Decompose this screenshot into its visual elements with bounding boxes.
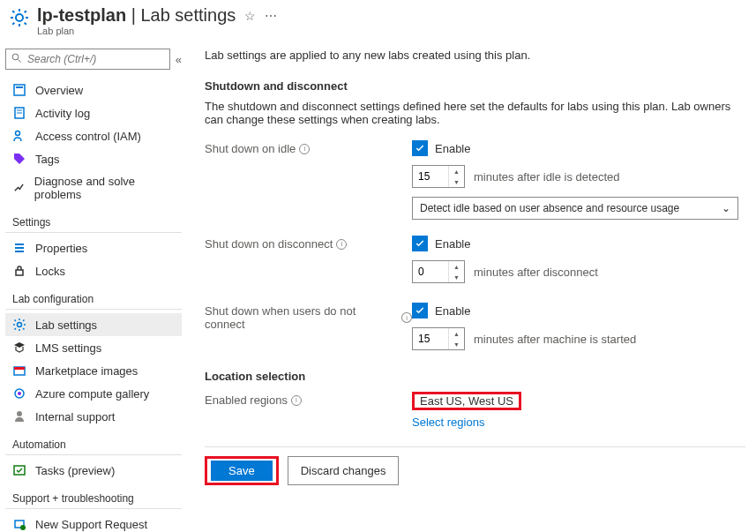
lock-icon bbox=[12, 264, 26, 278]
sidebar-item-activity[interactable]: Activity log bbox=[5, 101, 182, 124]
info-icon[interactable]: i bbox=[299, 144, 310, 154]
svg-point-1 bbox=[12, 54, 19, 60]
star-icon[interactable]: ☆ bbox=[244, 9, 256, 23]
disconnect-minutes-input[interactable]: ▲▼ bbox=[412, 260, 465, 283]
noconnect-enable-checkbox[interactable] bbox=[412, 303, 428, 318]
idle-aux: minutes after idle is detected bbox=[474, 170, 619, 184]
page-header: lp-testplan | Lab settings ☆ ⋯ Lab plan bbox=[0, 0, 756, 45]
nav-label: Activity log bbox=[35, 107, 90, 120]
tag-icon bbox=[12, 152, 26, 166]
save-highlight: Save bbox=[205, 456, 279, 485]
group-support: Support + troubleshooting bbox=[5, 482, 182, 509]
sidebar-item-locks[interactable]: Locks bbox=[5, 259, 182, 282]
nav-label: New Support Request bbox=[35, 518, 147, 531]
sidebar: « Overview Activity log Access control (… bbox=[0, 45, 187, 532]
svg-point-13 bbox=[18, 323, 22, 327]
chevron-down-icon: ⌄ bbox=[722, 202, 730, 214]
noconnect-label: Shut down when users do not connecti bbox=[205, 303, 412, 331]
spin-up-icon[interactable]: ▲ bbox=[448, 328, 464, 339]
gear-icon bbox=[12, 318, 26, 332]
idle-label: Shut down on idlei bbox=[205, 140, 412, 155]
enable-label: Enable bbox=[435, 304, 470, 318]
info-icon[interactable]: i bbox=[401, 312, 412, 323]
nav-label: Azure compute gallery bbox=[35, 387, 149, 401]
disconnect-enable-checkbox[interactable] bbox=[412, 236, 428, 251]
spin-up-icon[interactable]: ▲ bbox=[448, 166, 464, 176]
nav-label: Access control (IAM) bbox=[35, 130, 141, 143]
svg-rect-4 bbox=[16, 86, 23, 88]
nav-label: Properties bbox=[35, 242, 87, 255]
newsupport-icon bbox=[12, 517, 26, 531]
collapse-icon[interactable]: « bbox=[176, 53, 182, 66]
page-title: lp-testplan | Lab settings bbox=[37, 5, 236, 26]
sidebar-item-compute[interactable]: Azure compute gallery bbox=[5, 382, 182, 405]
spin-down-icon[interactable]: ▼ bbox=[448, 339, 464, 349]
svg-point-21 bbox=[20, 525, 26, 530]
select-regions-link[interactable]: Select regions bbox=[412, 416, 745, 429]
sidebar-item-diagnose[interactable]: Diagnose and solve problems bbox=[5, 170, 182, 206]
info-icon[interactable]: i bbox=[291, 395, 302, 406]
svg-point-8 bbox=[16, 131, 20, 136]
intro-text: Lab settings are applied to any new labs… bbox=[205, 49, 745, 62]
labplan-gear-icon bbox=[9, 7, 30, 28]
sidebar-item-tasks[interactable]: Tasks (preview) bbox=[5, 459, 182, 482]
noconnect-minutes-input[interactable]: ▲▼ bbox=[412, 327, 465, 350]
action-bar: Save Discard changes bbox=[205, 446, 745, 494]
svg-point-17 bbox=[18, 392, 21, 395]
sidebar-item-lms[interactable]: LMS settings bbox=[5, 336, 182, 359]
svg-line-2 bbox=[19, 59, 21, 62]
properties-icon bbox=[12, 241, 26, 255]
access-icon bbox=[12, 129, 26, 143]
save-button[interactable]: Save bbox=[211, 461, 273, 481]
sidebar-item-overview[interactable]: Overview bbox=[5, 79, 182, 101]
group-labconfig: Lab configuration bbox=[5, 282, 182, 310]
search-input[interactable] bbox=[5, 49, 170, 70]
noconnect-aux: minutes after machine is started bbox=[474, 333, 636, 346]
spin-down-icon[interactable]: ▼ bbox=[448, 176, 464, 187]
shutdown-heading: Shutdown and disconnect bbox=[205, 79, 745, 93]
svg-point-18 bbox=[17, 411, 22, 416]
compute-icon bbox=[12, 386, 26, 401]
shutdown-desc: The shutdown and disconnect settings def… bbox=[205, 100, 745, 126]
nav-label: Tags bbox=[35, 153, 59, 166]
nav-label: Locks bbox=[35, 265, 65, 278]
svg-rect-12 bbox=[16, 270, 23, 275]
info-icon[interactable]: i bbox=[336, 239, 347, 250]
idle-enable-checkbox[interactable] bbox=[412, 140, 428, 156]
resource-type: Lab plan bbox=[37, 26, 277, 36]
overview-icon bbox=[12, 83, 26, 97]
disconnect-aux: minutes after disconnect bbox=[474, 266, 598, 279]
support-icon bbox=[12, 409, 26, 423]
nav-label: Marketplace images bbox=[35, 364, 138, 378]
group-automation: Automation bbox=[5, 428, 182, 455]
regions-label: Enabled regionsi bbox=[205, 392, 412, 407]
nav-label: Internal support bbox=[35, 410, 115, 423]
enable-label: Enable bbox=[435, 237, 470, 251]
sidebar-item-properties[interactable]: Properties bbox=[5, 236, 182, 259]
search-icon bbox=[11, 53, 22, 66]
sidebar-item-tags[interactable]: Tags bbox=[5, 147, 182, 170]
disconnect-label: Shut down on disconnecti bbox=[205, 236, 412, 251]
nav-label: LMS settings bbox=[35, 341, 101, 355]
nav-label: Lab settings bbox=[35, 318, 97, 332]
main-content: Lab settings are applied to any new labs… bbox=[187, 45, 756, 532]
discard-button[interactable]: Discard changes bbox=[288, 456, 400, 485]
svg-rect-3 bbox=[14, 85, 25, 95]
more-icon[interactable]: ⋯ bbox=[265, 9, 277, 23]
sidebar-item-labsettings[interactable]: Lab settings bbox=[5, 313, 182, 336]
enable-label: Enable bbox=[435, 142, 470, 155]
svg-rect-15 bbox=[14, 367, 25, 370]
idle-minutes-input[interactable]: ▲▼ bbox=[412, 165, 465, 188]
sidebar-item-internal-support[interactable]: Internal support bbox=[5, 405, 182, 428]
idle-detection-dropdown[interactable]: Detect idle based on user absence and re… bbox=[412, 197, 738, 220]
location-heading: Location selection bbox=[205, 370, 745, 383]
sidebar-item-access[interactable]: Access control (IAM) bbox=[5, 124, 182, 147]
lms-icon bbox=[12, 341, 26, 355]
log-icon bbox=[12, 106, 26, 120]
group-settings: Settings bbox=[5, 206, 182, 233]
spin-down-icon[interactable]: ▼ bbox=[448, 272, 464, 282]
sidebar-item-newsupport[interactable]: New Support Request bbox=[5, 513, 182, 532]
sidebar-item-marketplace[interactable]: Marketplace images bbox=[5, 359, 182, 382]
spin-up-icon[interactable]: ▲ bbox=[448, 261, 464, 272]
nav-label: Tasks (preview) bbox=[35, 464, 115, 477]
